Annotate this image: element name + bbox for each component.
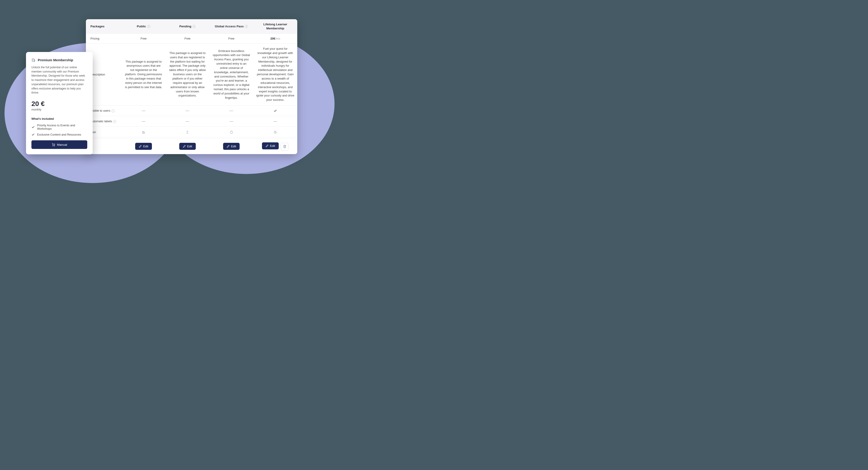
svg-rect-8 [32,59,34,61]
pricing-lifelong: 20€/mo [253,34,297,43]
header-lifelong-learner: Lifelong Learner Membership [253,19,297,34]
header-global-access: Global Access Passi [209,19,253,34]
info-icon[interactable]: i [113,120,116,123]
dash-icon: — [142,119,145,123]
desc-pending: This package is assigned to users that a… [165,43,209,105]
premium-price: 20 € [31,100,87,107]
icon-row: Icon [86,127,297,137]
edit-button-lifelong[interactable]: Edit [262,143,278,149]
hourglass-icon [186,130,189,134]
visible-pending: — [165,105,209,116]
pricing-public: Free [122,34,165,43]
svg-point-14 [54,146,55,146]
check-icon [31,125,35,129]
dash-icon: — [230,109,233,113]
table-header-row: Packages Publici Pendingi Global Access … [86,19,297,34]
premium-title-row: Premium Membership [31,58,87,62]
learner-icon [274,130,277,134]
manual-button[interactable]: Manual [31,140,87,149]
info-icon[interactable]: i [245,25,248,28]
feature-item: Exclusive Content and Resources [31,133,87,136]
pencil-icon [183,145,186,148]
visible-lifelong [253,105,297,116]
desc-lifelong: Fuel your quest for knowledge and growth… [253,43,297,105]
svg-point-4 [230,131,232,133]
membership-icon [31,58,35,62]
pricing-row: Pricing Free Free Free 20€/mo [86,34,297,43]
dash-icon: — [274,119,277,123]
header-public: Publici [122,19,165,34]
pencil-icon [139,145,142,148]
al-public: — [122,116,165,127]
description-row: Description This package is assigned to … [86,43,297,105]
included-heading: What's included [31,117,87,120]
pricing-pending: Free [165,34,209,43]
svg-rect-1 [144,132,145,133]
icon-public [122,127,165,137]
al-pending: — [165,116,209,127]
edit-button-pending[interactable]: Edit [179,143,196,150]
desc-public: This package is assigned to anonymous us… [122,43,165,105]
check-icon [31,133,35,136]
premium-membership-card: Premium Membership Unlock the full poten… [26,52,93,154]
desc-global: Embrace boundless opportunities with our… [209,43,253,105]
feature-text: Priority Access to Events and Workshops [37,124,87,130]
trash-icon [283,145,286,148]
header-packages: Packages [86,19,122,34]
al-global: — [209,116,253,127]
al-lifelong: — [253,116,297,127]
icon-global [209,127,253,137]
actions-row: Edit Edit Edit [86,139,297,154]
packages-table: Packages Publici Pendingi Global Access … [86,19,297,154]
pencil-icon [266,145,269,147]
pencil-icon [227,145,230,148]
building-icon [142,130,145,134]
premium-title: Premium Membership [38,58,73,62]
delete-button-lifelong[interactable] [281,143,288,151]
info-icon[interactable]: i [147,25,150,28]
pricing-global: Free [209,34,253,43]
packages-table-card: Packages Publici Pendingi Global Access … [86,19,297,154]
premium-period: monthly [31,108,87,111]
header-pending: Pendingi [165,19,209,34]
feature-text: Exclusive Content and Resources [37,133,81,136]
info-icon[interactable]: i [192,25,195,28]
info-icon[interactable]: i [112,109,115,113]
edit-button-global[interactable]: Edit [223,143,240,150]
svg-rect-9 [34,60,35,61]
dash-icon: — [142,109,145,113]
row-label-pricing: Pricing [86,34,122,43]
dash-icon: — [230,119,233,123]
check-icon [274,109,277,112]
premium-description: Unlock the full potential of our online … [31,65,87,95]
icon-lifelong [253,127,297,137]
dash-icon: — [186,109,189,113]
feature-item: Priority Access to Events and Workshops [31,124,87,130]
edit-button-public[interactable]: Edit [135,143,152,150]
icon-pending [165,127,209,137]
visible-public: — [122,105,165,116]
visible-global: — [209,105,253,116]
svg-point-13 [53,146,53,146]
globe-icon [230,130,233,134]
visible-row: Visible to usersi — — — [86,105,297,116]
autolabels-row: Automatic labelsi — — — — [86,116,297,127]
cart-icon [52,143,55,147]
dash-icon: — [186,119,189,123]
